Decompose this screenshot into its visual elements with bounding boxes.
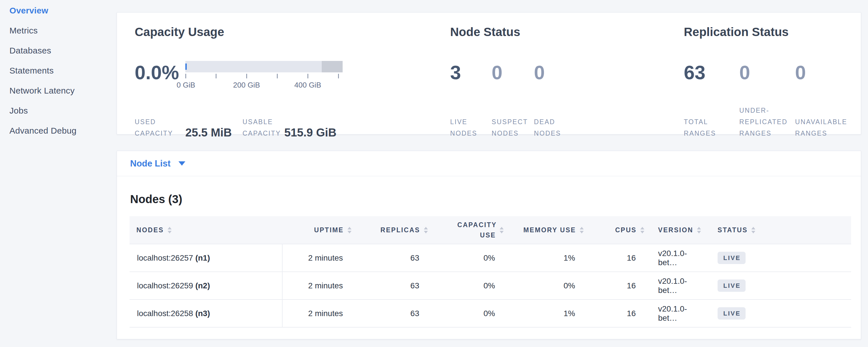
nodes-table: NODES UPTIME REPLICAS CAPACITY USE MEMOR… — [129, 216, 851, 327]
table-row-node-3[interactable]: localhost:26258 (n3) 2 minutes 63 0% 1% … — [129, 299, 851, 327]
unavailable-ranges-count: 0 — [795, 58, 868, 87]
axis-label: 400 GiB — [294, 81, 321, 90]
column-label: STATUS — [718, 226, 748, 234]
view-selector-label: Node List — [130, 158, 170, 169]
nodes-heading: Nodes (3) — [130, 193, 182, 206]
view-selector-dropdown[interactable]: Node List — [130, 158, 185, 169]
sort-icon — [697, 227, 701, 233]
capacity-used-percent: 0.0% — [135, 58, 179, 87]
column-header-nodes[interactable]: NODES — [129, 216, 282, 244]
sort-icon — [347, 227, 351, 233]
status-badge: LIVE — [718, 252, 746, 264]
replicas-cell: 63 — [351, 272, 428, 299]
cluster-summary-card: Capacity Usage 0.0% 0 GiB 200 GiB — [117, 12, 861, 134]
column-header-replicas[interactable]: REPLICAS — [351, 216, 428, 244]
capacity-bar-reserved-segment — [322, 61, 343, 72]
sidebar-item-advanced-debug[interactable]: Advanced Debug — [0, 121, 116, 141]
node-id: (n2) — [195, 281, 210, 290]
capacity-usage-section: Capacity Usage 0.0% 0 GiB 200 GiB — [135, 12, 358, 134]
status-cell: LIVE — [704, 244, 851, 272]
sidebar-item-databases[interactable]: Databases — [0, 41, 116, 61]
capacity-bar-chart: 0 GiB 200 GiB 400 GiB — [185, 61, 343, 90]
sidebar: Overview Metrics Databases Statements Ne… — [0, 0, 116, 347]
status-badge: LIVE — [718, 280, 746, 292]
column-label: VERSION — [658, 226, 693, 234]
capacity-use-cell: 0% — [428, 244, 504, 272]
cpus-cell: 16 — [584, 299, 644, 327]
replicas-cell: 63 — [351, 299, 428, 327]
nodes-card: Node List Nodes (3) NODES UPTIME — [117, 151, 861, 339]
suspect-nodes-count: 0 — [492, 58, 534, 87]
column-header-capacity-use[interactable]: CAPACITY USE — [428, 216, 504, 244]
node-status-labels: LIVE NODES SUSPECT NODES DEAD NODES — [450, 102, 597, 139]
node-id: (n3) — [195, 309, 210, 318]
unavailable-ranges-label: UNAVAILABLE RANGES — [795, 116, 864, 139]
node-status-values: 3 0 0 — [450, 58, 597, 87]
total-ranges-label: TOTAL RANGES — [684, 116, 734, 139]
capacity-bar-track — [185, 61, 343, 72]
column-label: NODES — [136, 226, 164, 234]
sort-icon — [167, 227, 172, 233]
under-replicated-ranges-count: 0 — [739, 58, 795, 87]
table-row-node-1[interactable]: localhost:26257 (n1) 2 minutes 63 0% 1% … — [129, 244, 851, 272]
column-header-cpus[interactable]: CPUS — [584, 216, 644, 244]
table-row-node-2[interactable]: localhost:26259 (n2) 2 minutes 63 0% 0% … — [129, 272, 851, 299]
sidebar-item-network-latency[interactable]: Network Latency — [0, 81, 116, 101]
suspect-nodes-label: SUSPECT NODES — [492, 116, 529, 139]
replication-status-section: Replication Status 63 0 0 TOTAL RANGES U… — [684, 12, 861, 134]
column-label: CAPACITY USE — [457, 220, 496, 240]
replication-status-title: Replication Status — [684, 25, 788, 39]
status-cell: LIVE — [704, 272, 851, 299]
column-header-uptime[interactable]: UPTIME — [282, 216, 351, 244]
capacity-use-cell: 0% — [428, 299, 504, 327]
column-label: REPLICAS — [380, 226, 420, 234]
table-header-row: NODES UPTIME REPLICAS CAPACITY USE MEMOR… — [129, 216, 851, 244]
axis-tick — [277, 74, 278, 78]
node-status-section: Node Status 3 0 0 LIVE NODES SUSPECT NOD… — [450, 12, 650, 134]
sort-icon — [751, 227, 755, 233]
node-address: localhost:26259 — [137, 281, 193, 290]
axis-tick — [307, 74, 308, 78]
sidebar-item-statements[interactable]: Statements — [0, 61, 116, 81]
column-label: UPTIME — [314, 226, 344, 234]
uptime-cell: 2 minutes — [282, 244, 351, 272]
column-header-status[interactable]: STATUS — [704, 216, 851, 244]
sort-icon — [424, 227, 428, 233]
column-header-memory-use[interactable]: MEMORY USE — [504, 216, 584, 244]
node-address-cell[interactable]: localhost:26258 (n3) — [129, 299, 282, 327]
cpus-cell: 16 — [584, 244, 644, 272]
live-nodes-label: LIVE NODES — [450, 116, 486, 139]
sort-icon — [500, 227, 504, 233]
dead-nodes-count: 0 — [534, 58, 597, 87]
uptime-cell: 2 minutes — [282, 299, 351, 327]
uptime-cell: 2 minutes — [282, 272, 351, 299]
replicas-cell: 63 — [351, 244, 428, 272]
column-label: MEMORY USE — [523, 226, 576, 234]
axis-label: 0 GiB — [177, 81, 195, 90]
usable-capacity-label: USABLE CAPACITY — [243, 116, 284, 139]
used-capacity-label: USED CAPACITY — [135, 116, 185, 139]
status-cell: LIVE — [704, 299, 851, 327]
version-cell: v20.1.0-bet… — [644, 299, 704, 327]
node-address-cell[interactable]: localhost:26259 (n2) — [129, 272, 282, 299]
used-capacity-value: 25.5 MiB — [185, 126, 243, 139]
capacity-use-cell: 0% — [428, 272, 504, 299]
column-label: CPUS — [615, 226, 637, 234]
version-cell: v20.1.0-bet… — [644, 244, 704, 272]
node-id: (n1) — [195, 253, 210, 262]
sort-icon — [640, 227, 644, 233]
capacity-bar-used-segment — [185, 64, 187, 70]
dead-nodes-label: DEAD NODES — [534, 116, 570, 139]
total-ranges-count: 63 — [684, 58, 739, 87]
sidebar-item-jobs[interactable]: Jobs — [0, 101, 116, 121]
column-header-version[interactable]: VERSION — [644, 216, 704, 244]
node-address: localhost:26257 — [137, 253, 193, 262]
node-address-cell[interactable]: localhost:26257 (n1) — [129, 244, 282, 272]
memory-use-cell: 1% — [504, 244, 584, 272]
axis-tick — [338, 74, 339, 78]
sidebar-item-overview[interactable]: Overview — [0, 1, 116, 21]
capacity-usage-title: Capacity Usage — [135, 25, 224, 39]
replication-status-labels: TOTAL RANGES UNDER-REPLICATED RANGES UNA… — [684, 102, 868, 139]
axis-label: 200 GiB — [233, 81, 260, 90]
sidebar-item-metrics[interactable]: Metrics — [0, 21, 116, 41]
